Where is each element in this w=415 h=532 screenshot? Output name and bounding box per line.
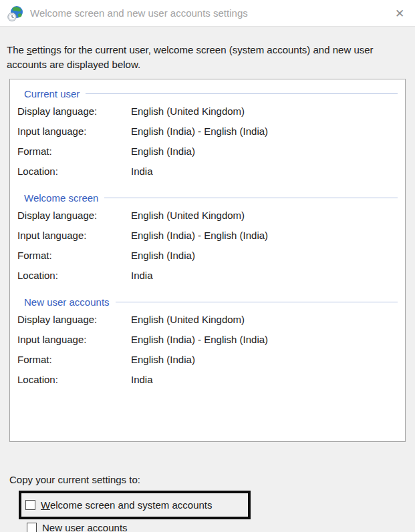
section-heading-welcome-screen: Welcome screen [24,190,398,205]
intro-post: ettings for the current user, welcome sc… [7,44,374,70]
row-label: Location: [17,270,131,281]
heading-divider-line [116,302,398,302]
setting-row: Location: India [17,265,405,285]
row-label: Location: [17,166,131,177]
section-heading-label: New user accounts [24,296,110,308]
row-label: Display language: [17,210,131,221]
intro-text: The settings for the current user, welco… [7,43,403,72]
row-label: Input language: [17,334,131,345]
row-value: English (India) - English (India) [131,334,268,345]
checkbox-label-access-key: W [41,499,50,511]
row-label: Input language: [17,125,131,137]
setting-row: Input language: English (India) - Englis… [17,329,405,349]
row-value: India [131,166,153,177]
row-value: India [131,374,153,385]
section-heading-current-user: Current user [24,86,398,101]
row-value: English (India) [131,354,195,365]
setting-row: Display language: English (United Kingdo… [17,309,405,329]
row-label: Input language: [17,230,131,241]
row-label: Display language: [17,314,131,325]
row-label: Format: [17,354,131,365]
intro-access-key: s [27,44,32,55]
heading-divider-line [104,198,398,198]
titlebar: Welcome screen and new user accounts set… [0,0,415,27]
checkbox-label-post: New user accounts [42,522,128,532]
section-heading-new-user-accounts: New user accounts [24,294,398,309]
section-heading-label: Welcome screen [24,192,98,204]
row-value: English (India) - English (India) [131,230,268,241]
copy-settings-label: Copy your current settings to: [9,474,140,485]
intro-pre: The [7,44,27,55]
row-label: Format: [17,146,131,157]
checkbox-new-user-accounts-box[interactable] [27,523,37,532]
setting-row: Input language: English (India) - Englis… [17,121,405,141]
checkbox-welcome-screen-and-system-accounts[interactable]: Welcome screen and system accounts [25,499,213,511]
row-value: English (India) [131,146,195,157]
setting-row: Location: India [17,369,405,389]
highlight-box: Welcome screen and system accounts [19,491,251,519]
checkbox-welcome-screen-box[interactable] [25,500,35,510]
region-and-language-icon [7,5,23,21]
row-label: Location: [17,374,131,385]
setting-row: Display language: English (United Kingdo… [17,101,405,121]
heading-divider-line [86,93,398,94]
setting-row: Format: English (India) [17,245,405,265]
setting-row: Location: India [17,161,405,181]
row-value: English (United Kingdom) [131,210,245,221]
checkbox-label: Welcome screen and system accounts [41,499,213,511]
close-icon[interactable]: ✕ [384,0,415,27]
setting-row: Input language: English (India) - Englis… [17,225,405,245]
section-heading-label: Current user [24,88,80,99]
window-title: Welcome screen and new user accounts set… [30,7,248,19]
row-value: India [131,270,153,281]
checkbox-new-user-accounts[interactable]: New user accounts [27,522,128,532]
row-value: English (United Kingdom) [131,105,245,117]
row-value: English (India) [131,250,195,261]
row-label: Display language: [17,105,131,117]
setting-row: Format: English (India) [17,141,405,161]
checkbox-label-post: elcome screen and system accounts [50,499,213,511]
row-value: English (United Kingdom) [131,314,245,325]
setting-row: Format: English (India) [17,349,405,369]
row-value: English (India) - English (India) [131,125,268,137]
row-label: Format: [17,250,131,261]
setting-row: Display language: English (United Kingdo… [17,205,405,225]
checkbox-label: New user accounts [42,522,128,532]
settings-groupbox: Current user Display language: English (… [9,79,406,442]
